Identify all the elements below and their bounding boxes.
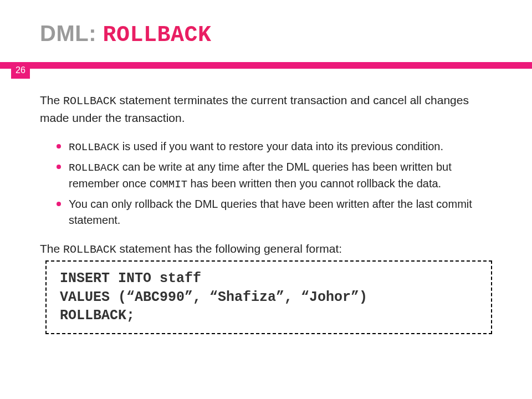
bullet-keyword: ROLLBACK	[69, 162, 119, 174]
title-keyword: ROLLBACK	[103, 23, 212, 48]
list-item: You can only rollback the DML queries th…	[57, 196, 492, 228]
intro-pre: The	[40, 94, 63, 106]
format-keyword: ROLLBACK	[63, 243, 116, 256]
bullet-text: is used if you want to restore your data…	[119, 140, 443, 152]
divider: 26	[0, 62, 532, 79]
slide-body: The ROLLBACK statement terminates the cu…	[40, 92, 492, 334]
page-number-badge: 26	[11, 62, 30, 79]
slide: DML: ROLLBACK 26 The ROLLBACK statement …	[0, 0, 532, 399]
list-item: ROLLBACK can be write at any time after …	[57, 159, 492, 193]
title-prefix: DML:	[40, 21, 103, 45]
code-example: INSERT INTO staff VALUES (“ABC990”, “Sha…	[45, 260, 492, 334]
bullet-text-2: has been written then you cannot rollbac…	[187, 177, 441, 190]
intro-paragraph: The ROLLBACK statement terminates the cu…	[40, 92, 492, 126]
format-pre: The	[40, 242, 63, 255]
intro-keyword: ROLLBACK	[63, 95, 116, 108]
divider-bar	[0, 62, 532, 69]
format-intro: The ROLLBACK statement has the following…	[40, 241, 492, 258]
bullet-keyword: ROLLBACK	[69, 141, 119, 154]
bullet-list: ROLLBACK is used if you want to restore …	[57, 139, 492, 228]
bullet-text: You can only rollback the DML queries th…	[69, 198, 472, 226]
slide-title: DML: ROLLBACK	[40, 21, 492, 48]
format-post: statement has the following general form…	[116, 242, 342, 255]
list-item: ROLLBACK is used if you want to restore …	[57, 139, 492, 156]
bullet-keyword-2: COMMIT	[150, 178, 187, 191]
